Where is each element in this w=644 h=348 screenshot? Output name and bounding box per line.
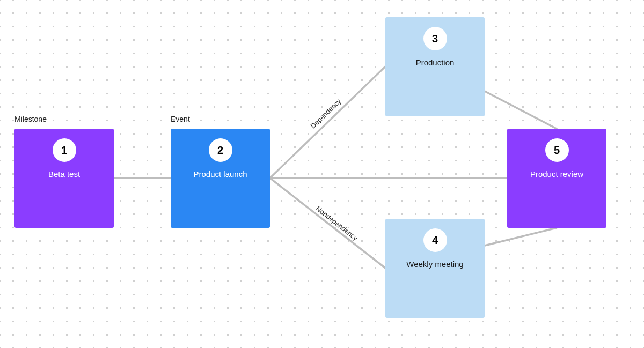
edge-4-5 [485,228,557,246]
diagram-canvas[interactable]: Dependency Nondependency Milestone Event… [0,0,644,348]
edge-2-4-label: Nondependency [314,204,360,242]
node-product-review[interactable]: 5 Product review [507,129,606,228]
category-label-milestone: Milestone [14,115,47,123]
node-number-badge: 3 [423,27,447,50]
node-number-badge: 1 [53,138,76,162]
node-number-badge: 5 [545,138,569,162]
node-number-badge: 2 [209,138,232,162]
edge-2-4 [270,178,385,268]
edge-2-3 [270,66,385,178]
edge-2-3-label: Dependency [309,97,342,130]
node-number-badge: 4 [423,228,447,252]
node-label: Product review [530,169,583,179]
node-label: Beta test [48,169,80,179]
node-production[interactable]: 3 Production [385,17,485,116]
node-weekly-meeting[interactable]: 4 Weekly meeting [385,219,485,318]
node-label: Production [416,58,455,67]
node-label: Product launch [193,169,247,179]
node-product-launch[interactable]: 2 Product launch [171,129,270,228]
node-beta-test[interactable]: 1 Beta test [14,129,114,228]
category-label-event: Event [171,115,190,123]
node-label: Weekly meeting [406,260,463,269]
edge-3-5 [485,91,557,129]
